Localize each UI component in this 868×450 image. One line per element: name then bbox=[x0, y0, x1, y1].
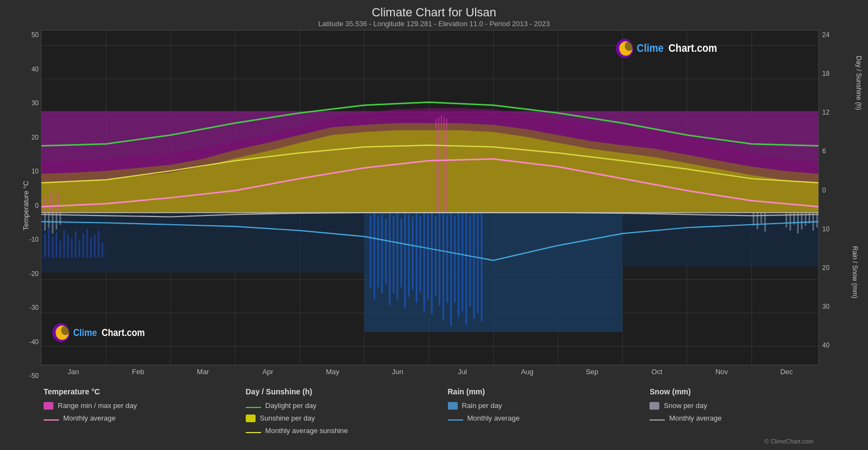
x-tick-oct: Oct bbox=[624, 368, 689, 376]
legend-title-rain: Rain (mm) bbox=[448, 387, 650, 396]
y-tick-left-1: 40 bbox=[29, 65, 39, 73]
y-tick-left-2: 30 bbox=[29, 99, 39, 107]
svg-rect-37 bbox=[71, 238, 72, 257]
legend-area: Temperature °C Range min / max per day M… bbox=[11, 381, 857, 437]
svg-rect-57 bbox=[412, 217, 414, 290]
chart-middle: Clime Chart.com Clime Chart.com Jan bbox=[41, 30, 819, 381]
legend-line-snow-avg bbox=[650, 419, 665, 421]
chart-svg: Clime Chart.com Clime Chart.com bbox=[41, 31, 818, 365]
y-tick-left-4: 10 bbox=[29, 167, 39, 175]
x-tick-jun: Jun bbox=[365, 368, 430, 376]
svg-rect-38 bbox=[75, 231, 76, 257]
plot-area: Clime Chart.com Clime Chart.com bbox=[41, 30, 819, 365]
svg-rect-83 bbox=[761, 213, 762, 224]
svg-rect-58 bbox=[416, 213, 417, 303]
chart-area: Temperature °C 50 40 30 20 10 0 -10 -20 … bbox=[11, 30, 857, 381]
svg-rect-102 bbox=[441, 115, 442, 212]
svg-rect-100 bbox=[435, 119, 436, 213]
y-tick-left-3: 20 bbox=[29, 134, 39, 141]
legend-item-sunshine-bar: Sunshine per day bbox=[246, 414, 448, 422]
svg-rect-30 bbox=[44, 233, 46, 257]
svg-rect-95 bbox=[47, 195, 48, 213]
y-tick-right-2: 12 bbox=[822, 109, 857, 116]
svg-rect-103 bbox=[444, 117, 445, 213]
legend-item-rain-bar: Rain per day bbox=[448, 401, 650, 410]
legend-item-temp-range: Range min / max per day bbox=[44, 401, 246, 410]
svg-rect-27 bbox=[364, 213, 622, 332]
svg-rect-78 bbox=[52, 213, 53, 233]
y-axis-right-label-rain: Rain / Snow (mm) bbox=[851, 246, 859, 298]
svg-rect-28 bbox=[41, 213, 364, 272]
svg-rect-61 bbox=[427, 214, 429, 299]
x-tick-mar: Mar bbox=[171, 368, 235, 376]
legend-label-snow-avg: Monthly average bbox=[669, 414, 721, 422]
y-axis-left-ticks: 50 40 30 20 10 0 -10 -20 -30 -40 -50 bbox=[29, 30, 41, 381]
svg-rect-52 bbox=[393, 215, 394, 293]
legend-label-sunshine-avg: Monthly average sunshine bbox=[265, 427, 348, 435]
svg-rect-39 bbox=[78, 239, 80, 257]
x-tick-jul: Jul bbox=[430, 368, 495, 376]
y-tick-left-0: 50 bbox=[29, 31, 39, 39]
y-tick-left-10: -50 bbox=[29, 372, 39, 380]
legend-item-rain-avg: Monthly average bbox=[448, 414, 650, 422]
legend-swatch-rain bbox=[448, 402, 458, 410]
legend-item-daylight: Daylight per day bbox=[246, 401, 448, 410]
svg-rect-98 bbox=[55, 189, 56, 213]
legend-item-snow-bar: Snow per day bbox=[650, 401, 852, 410]
svg-rect-51 bbox=[389, 213, 391, 305]
svg-rect-66 bbox=[446, 214, 448, 303]
y-tick-right-1: 18 bbox=[822, 70, 857, 77]
svg-rect-63 bbox=[435, 215, 436, 296]
legend-line-temp-avg bbox=[44, 419, 59, 421]
svg-rect-96 bbox=[50, 192, 51, 213]
svg-rect-53 bbox=[397, 214, 398, 299]
legend-label-snow-bar: Snow per day bbox=[664, 401, 707, 410]
y-axis-left-label: Temperature °C bbox=[22, 181, 30, 230]
svg-rect-35 bbox=[63, 231, 65, 257]
svg-rect-104 bbox=[446, 119, 447, 213]
svg-rect-65 bbox=[442, 213, 444, 320]
y-tick-right-3: 6 bbox=[822, 147, 857, 155]
svg-rect-69 bbox=[458, 213, 459, 317]
y-axis-right: Day / Sunshine (h) Rain / Snow (mm) 24 1… bbox=[819, 30, 857, 381]
svg-rect-50 bbox=[385, 219, 387, 284]
svg-rect-36 bbox=[67, 235, 69, 257]
svg-point-108 bbox=[625, 41, 634, 51]
y-tick-right-8: 40 bbox=[822, 341, 857, 349]
svg-rect-94 bbox=[44, 198, 45, 213]
svg-rect-54 bbox=[400, 219, 402, 287]
x-tick-nov: Nov bbox=[689, 368, 754, 376]
svg-rect-31 bbox=[48, 227, 50, 257]
legend-item-temp-avg: Monthly average bbox=[44, 414, 246, 422]
svg-rect-43 bbox=[94, 235, 95, 257]
legend-label-temp-range: Range min / max per day bbox=[58, 401, 137, 410]
svg-rect-74 bbox=[477, 214, 478, 313]
legend-col-snow: Snow (mm) Snow per day Monthly average bbox=[650, 387, 852, 435]
legend-swatch-snow bbox=[650, 402, 659, 410]
y-tick-left-9: -40 bbox=[29, 338, 39, 346]
y-tick-left-7: -20 bbox=[29, 270, 39, 278]
y-tick-right-5: 10 bbox=[822, 225, 857, 233]
svg-rect-47 bbox=[374, 213, 375, 299]
svg-rect-99 bbox=[58, 193, 59, 213]
svg-point-113 bbox=[61, 326, 70, 335]
legend-line-daylight bbox=[246, 407, 261, 408]
legend-line-sunshine-avg bbox=[246, 432, 261, 433]
svg-rect-55 bbox=[404, 213, 406, 308]
svg-text:Clime: Clime bbox=[637, 43, 664, 55]
x-tick-dec: Dec bbox=[754, 368, 819, 376]
legend-label-rain-bar: Rain per day bbox=[462, 401, 502, 410]
svg-text:Chart.com: Chart.com bbox=[669, 43, 717, 55]
svg-rect-46 bbox=[370, 215, 372, 287]
legend-title-temperature: Temperature °C bbox=[44, 387, 246, 396]
svg-rect-81 bbox=[752, 213, 754, 226]
y-tick-left-5: 0 bbox=[29, 202, 39, 209]
svg-rect-97 bbox=[52, 196, 53, 213]
legend-col-temperature: Temperature °C Range min / max per day M… bbox=[44, 387, 246, 435]
chart-header: Climate Chart for Ulsan Latitude 35.536 … bbox=[11, 5, 857, 28]
svg-rect-44 bbox=[98, 231, 99, 257]
chart-subtitle: Latitude 35.536 - Longitude 129.281 - El… bbox=[11, 20, 857, 28]
x-axis: Jan Feb Mar Apr May Jun Jul Aug Sep Oct … bbox=[41, 365, 819, 381]
svg-rect-64 bbox=[439, 213, 440, 306]
x-tick-aug: Aug bbox=[495, 368, 560, 376]
